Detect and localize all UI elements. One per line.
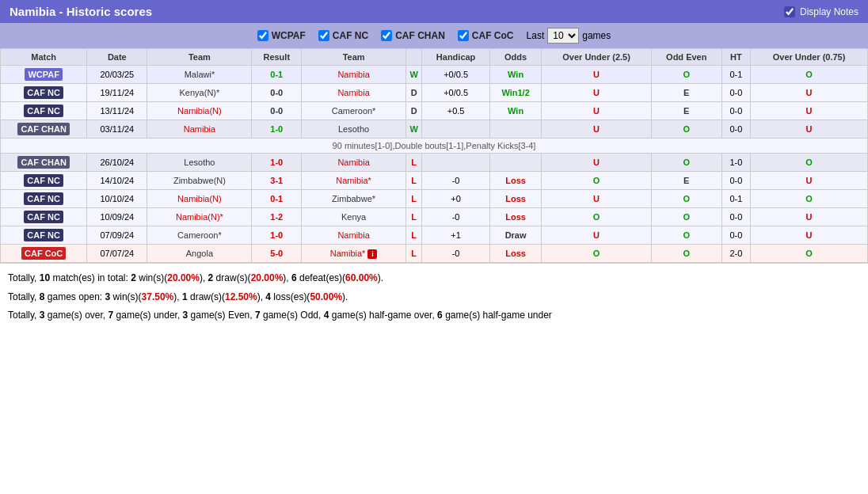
col-ht: HT — [721, 49, 751, 66]
wcpaf-label: WCPAF — [272, 30, 306, 41]
ou-cell: U — [542, 84, 652, 102]
ou-cell: U — [542, 66, 652, 84]
wdl-cell: L — [406, 226, 422, 245]
odds-cell: Win — [490, 102, 542, 120]
ht-ou-cell: U — [751, 102, 868, 120]
table-row: WCPAF20/03/25Malawi*0-1NamibiaW+0/0.5Win… — [1, 66, 868, 84]
match-type-cell: CAF CHAN — [1, 154, 87, 172]
ht-cell: 0-0 — [721, 208, 751, 226]
filter-caf-chan: CAF CHAN — [381, 30, 445, 41]
date-cell: 13/11/24 — [87, 102, 147, 120]
col-team2: Team — [302, 49, 406, 66]
wdl-cell: W — [406, 66, 422, 84]
col-oe: Odd Even — [651, 49, 721, 66]
oe-cell: E — [651, 172, 721, 190]
ht-ou-cell: U — [751, 120, 868, 139]
match-badge: CAF CoC — [21, 247, 66, 260]
cafchan-checkbox[interactable] — [381, 30, 392, 41]
ht-cell: 0-1 — [721, 190, 751, 208]
match-badge: WCPAF — [25, 68, 63, 81]
page-title: Namibia - Historic scores — [10, 5, 152, 18]
games-count-select[interactable]: 10 20 30 50 — [547, 28, 579, 44]
col-result: Result — [252, 49, 302, 66]
match-type-cell: CAF NC — [1, 226, 87, 245]
ht-cell: 0-0 — [721, 226, 751, 245]
filter-caf-coc: CAF CoC — [458, 30, 514, 41]
score-cell: 1-2 — [252, 208, 302, 226]
team2-cell: Namibia* i — [302, 245, 406, 263]
ht-cell: 1-0 — [721, 154, 751, 172]
match-badge: CAF NC — [24, 192, 63, 205]
date-cell: 03/11/24 — [87, 120, 147, 139]
team1-cell: Namibia(N) — [147, 102, 252, 120]
col-wdl — [406, 49, 422, 66]
match-type-cell: CAF NC — [1, 84, 87, 102]
team1-cell: Cameroon* — [147, 226, 252, 245]
score-cell: 1-0 — [252, 226, 302, 245]
match-badge: CAF NC — [24, 104, 63, 117]
match-badge: CAF NC — [24, 229, 63, 241]
handicap-cell: +0/0.5 — [422, 84, 490, 102]
ou-cell: U — [542, 190, 652, 208]
display-notes-label: Display Notes — [800, 6, 858, 17]
last-label: Last — [527, 30, 545, 41]
display-notes-checkbox[interactable] — [784, 6, 795, 17]
table-row: CAF NC10/09/24Namibia(N)*1-2KenyaL-0Loss… — [1, 208, 868, 226]
odds-cell — [490, 154, 542, 172]
page-wrapper: Namibia - Historic scores Display Notes … — [0, 0, 868, 332]
score-cell: 0-1 — [252, 190, 302, 208]
match-type-cell: WCPAF — [1, 66, 87, 84]
summary-section: Totally, 10 match(es) in total: 2 win(s)… — [0, 263, 868, 332]
odds-cell: Loss — [490, 190, 542, 208]
team2-cell: Kenya — [302, 208, 406, 226]
handicap-cell: +0/0.5 — [422, 66, 490, 84]
handicap-cell — [422, 120, 490, 139]
handicap-cell — [422, 154, 490, 172]
oe-cell: O — [651, 226, 721, 245]
wcpaf-checkbox[interactable] — [257, 30, 268, 41]
ou-cell: U — [542, 154, 652, 172]
date-cell: 19/11/24 — [87, 84, 147, 102]
match-type-cell: CAF NC — [1, 172, 87, 190]
date-cell: 07/09/24 — [87, 226, 147, 245]
team1-cell: Malawi* — [147, 66, 252, 84]
cafcoc-label: CAF CoC — [472, 30, 514, 41]
ou-cell: O — [542, 245, 652, 263]
ht-ou-cell: O — [751, 66, 868, 84]
date-cell: 10/10/24 — [87, 190, 147, 208]
cafchan-label: CAF CHAN — [395, 30, 445, 41]
handicap-cell: +1 — [422, 226, 490, 245]
match-badge: CAF NC — [24, 174, 63, 187]
ht-cell: 0-0 — [721, 84, 751, 102]
ht-cell: 0-1 — [721, 66, 751, 84]
team2-cell: Namibia* — [302, 172, 406, 190]
oe-cell: O — [651, 190, 721, 208]
match-badge: CAF NC — [24, 86, 63, 99]
team1-cell: Namibia — [147, 120, 252, 139]
filter-caf-nc: CAF NC — [318, 30, 368, 41]
display-notes-section: Display Notes — [784, 6, 858, 17]
handicap-cell: -0 — [422, 245, 490, 263]
summary-line3: Totally, 3 game(s) over, 7 game(s) under… — [8, 307, 860, 325]
ou-cell: U — [542, 102, 652, 120]
match-type-cell: CAF NC — [1, 190, 87, 208]
match-badge: CAF CHAN — [17, 156, 69, 169]
handicap-cell: -0 — [422, 208, 490, 226]
odds-cell: Win — [490, 66, 542, 84]
oe-cell: E — [651, 84, 721, 102]
wdl-cell: L — [406, 208, 422, 226]
cafcoc-checkbox[interactable] — [458, 30, 469, 41]
cafnc-checkbox[interactable] — [318, 30, 329, 41]
odds-cell: Win1/2 — [490, 84, 542, 102]
team2-cell: Zimbabwe* — [302, 190, 406, 208]
oe-cell: O — [651, 66, 721, 84]
oe-cell: O — [651, 208, 721, 226]
note-row: 90 minutes[1-0],Double bouts[1-1],Penalt… — [1, 139, 868, 154]
ou-cell: U — [542, 226, 652, 245]
wdl-cell: L — [406, 154, 422, 172]
date-cell: 26/10/24 — [87, 154, 147, 172]
oe-cell: O — [651, 245, 721, 263]
team1-cell: Zimbabwe(N) — [147, 172, 252, 190]
col-odds: Odds — [490, 49, 542, 66]
table-row: CAF CoC07/07/24Angola5-0Namibia* iL-0Los… — [1, 245, 868, 263]
